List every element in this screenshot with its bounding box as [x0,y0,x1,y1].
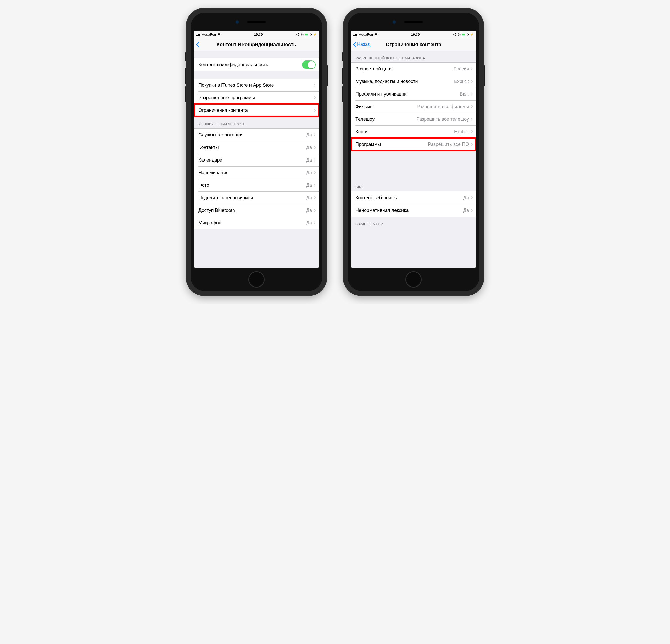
row-content-restrictions[interactable]: Ограничения контента [194,104,319,117]
phone-left: MegaFon 19:39 45 % ⚡ Ко [186,8,327,296]
section-header-gamecenter: GAME CENTER [351,217,476,228]
row-label: Разрешенные программы [198,95,313,101]
phone-right: MegaFon 19:39 45 % ⚡ Назад [343,8,484,296]
row-reminders[interactable]: Напоминания Да [194,166,319,179]
chevron-right-icon [313,183,316,187]
chevron-right-icon [313,221,316,225]
section-header-store: РАЗРЕШЕННЫЙ КОНТЕНТ МАГАЗИНА [351,51,476,62]
row-label: Ограничения контента [198,108,313,113]
row-apps[interactable]: Программы Разрешить все ПО [351,138,476,150]
row-value: Разрешить все ПО [428,142,469,147]
status-bar: MegaFon 19:39 45 % ⚡ [194,31,319,38]
page-title: Ограничения контента [353,42,474,48]
group-privacy: Службы геолокации Да Контакты Да Календа… [194,128,319,229]
row-label: Фото [198,183,306,188]
group-siri: Контент веб-поиска Да Ненормативная лекс… [351,191,476,217]
battery-pct: 45 % [296,32,304,36]
page-title: Контент и конфиденциальность [196,42,317,48]
battery-pct: 45 % [453,32,461,36]
wifi-icon [374,33,378,36]
row-value: Россия [454,66,469,72]
row-music-podcasts[interactable]: Музыка, подкасты и новости Explicit [351,75,476,88]
row-value: Да [463,208,469,213]
nav-bar: Контент и конфиденциальность [194,38,319,51]
back-button[interactable]: Назад [353,42,371,48]
row-movies[interactable]: Фильмы Разрешить все фильмы [351,100,476,113]
row-label: Контент веб-поиска [356,195,463,201]
row-explicit-language[interactable]: Ненормативная лексика Да [351,204,476,216]
chevron-right-icon [313,209,316,212]
row-content-privacy-toggle[interactable]: Контент и конфиденциальность [194,58,319,71]
row-value: Да [306,208,312,213]
row-label: Контакты [198,145,306,150]
signal-icon [353,33,358,36]
row-tv-shows[interactable]: Телешоу Разрешить все телешоу [351,113,476,126]
row-label: Профили и публикации [356,91,459,97]
row-value: Да [306,183,312,188]
status-time: 19:39 [411,32,420,36]
screen-content-privacy: MegaFon 19:39 45 % ⚡ Ко [194,31,319,268]
chevron-right-icon [313,146,316,149]
row-location-services[interactable]: Службы геолокации Да [194,129,319,141]
chevron-right-icon [313,133,316,137]
chevron-right-icon [471,130,473,134]
chevron-right-icon [313,196,316,200]
settings-content[interactable]: Контент и конфиденциальность Покупки в i… [194,51,319,268]
svg-rect-3 [199,34,200,36]
row-label: Напоминания [198,170,306,175]
section-header-siri: SIRI [351,180,476,191]
row-value: Да [306,195,312,201]
battery-icon [462,33,469,36]
row-itunes-purchases[interactable]: Покупки в iTunes Store и App Store [194,79,319,91]
row-age-rating[interactable]: Возрастной ценз Россия [351,63,476,75]
back-label: Назад [357,42,371,47]
row-value: Разрешить все телешоу [416,117,469,122]
home-button[interactable] [249,271,265,288]
row-books[interactable]: Книги Explicit [351,126,476,138]
home-button[interactable] [405,271,421,288]
section-header-privacy: КОНФИДЕНЦИАЛЬНОСТЬ [194,117,319,128]
row-value: Да [306,170,312,175]
svg-rect-6 [356,34,356,36]
chevron-right-icon [471,196,473,200]
svg-rect-0 [196,35,197,36]
row-contacts[interactable]: Контакты Да [194,141,319,154]
row-value: Да [306,220,312,226]
svg-rect-5 [354,35,355,36]
row-web-search-content[interactable]: Контент веб-поиска Да [351,192,476,204]
status-bar: MegaFon 19:39 45 % ⚡ [351,31,476,38]
svg-rect-1 [197,35,198,36]
row-value: Explicit [454,129,469,135]
back-button[interactable] [196,42,199,48]
row-label: Фильмы [356,104,417,109]
nav-bar: Назад Ограничения контента [351,38,476,51]
row-bluetooth[interactable]: Доступ Bluetooth Да [194,204,319,216]
chevron-right-icon [313,171,316,174]
row-calendars[interactable]: Календари Да [194,154,319,166]
svg-rect-4 [353,35,354,36]
svg-rect-7 [357,34,357,36]
row-label: Доступ Bluetooth [198,208,306,213]
row-label: Музыка, подкасты и новости [356,79,454,84]
carrier-label: MegaFon [202,32,216,36]
carrier-label: MegaFon [359,32,373,36]
row-photos[interactable]: Фото Да [194,179,319,192]
row-profiles-posts[interactable]: Профили и публикации Вкл. [351,88,476,100]
group-restrictions: Покупки в iTunes Store и App Store Разре… [194,79,319,117]
row-share-location[interactable]: Поделиться геопозицией Да [194,192,319,204]
row-label: Программы [356,142,428,147]
screen-content-restrictions: MegaFon 19:39 45 % ⚡ Назад [351,31,476,268]
status-time: 19:39 [254,32,263,36]
settings-content[interactable]: РАЗРЕШЕННЫЙ КОНТЕНТ МАГАЗИНА Возрастной … [351,51,476,268]
chevron-right-icon [313,158,316,162]
row-label: Микрофон [198,220,306,226]
row-allowed-apps[interactable]: Разрешенные программы [194,91,319,104]
row-label: Службы геолокации [198,132,306,138]
row-microphone[interactable]: Микрофон Да [194,216,319,229]
toggle-switch-on[interactable] [302,61,316,69]
chevron-right-icon [471,117,473,121]
chevron-right-icon [471,80,473,83]
chevron-right-icon [471,209,473,212]
battery-icon [305,33,312,36]
row-value: Да [306,145,312,150]
